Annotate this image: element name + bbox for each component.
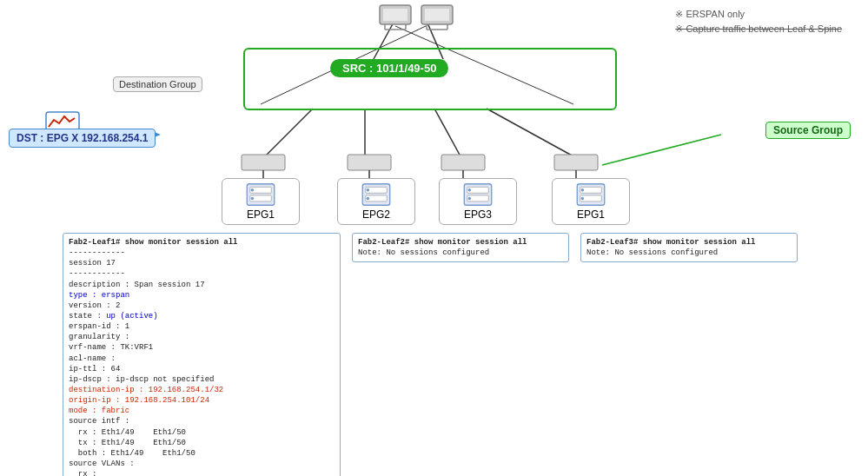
src-container: [243, 48, 617, 110]
cli-leaf1-separator: ------------: [69, 248, 335, 258]
cli-leaf1-line-9: vrf-name : TK:VRF1: [69, 342, 335, 353]
cli-leaf1-line-20: source VLANs :: [69, 459, 335, 469]
svg-point-40: [367, 197, 370, 201]
epg-label-3: EPG3: [464, 208, 492, 221]
cli-box-leaf1: Fab2-Leaf1# show monitor session all ---…: [63, 233, 341, 476]
cli-leaf1-line-10: acl-name :: [69, 354, 335, 364]
cli-leaf1-line-4: type : erspan: [69, 290, 335, 301]
cli-leaf3-note: Note: No sessions configured: [586, 248, 792, 258]
epg-label-2: EPG2: [362, 208, 390, 221]
epg-box-3: EPG3: [439, 178, 517, 225]
cli-leaf1-line-1: session 17: [69, 258, 335, 268]
erspan-note-line1: ※ ERSPAN only: [675, 7, 842, 22]
cli-leaf1-line-8: granularity :: [69, 332, 335, 342]
cli-leaf1-line-19: both : Eth1/49 Eth1/50: [69, 448, 335, 459]
cli-leaf1-title: Fab2-Leaf1# show monitor session all: [69, 237, 335, 248]
svg-point-50: [581, 197, 585, 201]
cli-leaf1-line-13: destination-ip : 192.168.254.1/32: [69, 385, 335, 395]
cli-leaf1-line-14: origin-ip : 192.168.254.101/24: [69, 395, 335, 406]
epg-box-4: EPG1: [552, 178, 630, 225]
svg-point-45: [468, 197, 472, 201]
svg-rect-20: [383, 9, 407, 21]
cli-leaf1-line-21: rx :: [69, 469, 335, 476]
cli-leaf1-line-15: mode : fabric: [69, 406, 335, 416]
cli-box-leaf3: Fab2-Leaf3# show monitor session all Not…: [580, 233, 798, 262]
cli-leaf1-line-7: erspan-id : 1: [69, 321, 335, 332]
router-icon-1: [378, 3, 413, 34]
svg-line-18: [602, 135, 721, 165]
cli-leaf1-line-5: version : 2: [69, 301, 335, 311]
source-group-label: Source Group: [765, 122, 851, 139]
epg-label-4: EPG1: [577, 208, 605, 221]
cli-leaf1-line-11: ip-ttl : 64: [69, 364, 335, 374]
erspan-note: ※ ERSPAN only ※ Capture traffic between …: [675, 7, 842, 36]
svg-point-39: [367, 188, 370, 192]
epg-box-2: EPG2: [337, 178, 415, 225]
cli-leaf1-line-17: rx : Eth1/49 Eth1/50: [69, 427, 335, 438]
svg-line-5: [487, 109, 573, 156]
cli-box-leaf2: Fab2-Leaf2# show monitor session all Not…: [352, 233, 569, 262]
epg-server-icon-1: [245, 182, 276, 207]
cli-leaf1-line-6: state : up (active): [69, 311, 335, 321]
svg-point-34: [251, 188, 255, 192]
svg-rect-8: [242, 155, 285, 170]
destination-group-label: Destination Group: [113, 76, 202, 92]
diagram-area: ※ ERSPAN only ※ Capture traffic between …: [0, 0, 868, 476]
svg-point-49: [581, 188, 585, 192]
cli-leaf1-line-2: ------------: [69, 268, 335, 279]
svg-rect-10: [441, 155, 485, 170]
epg-server-icon-3: [462, 182, 494, 207]
svg-point-35: [251, 197, 255, 201]
svg-rect-25: [425, 9, 449, 21]
svg-line-4: [434, 109, 461, 156]
svg-rect-9: [348, 155, 391, 170]
router-icon-2: [420, 3, 454, 34]
cli-leaf2-note: Note: No sessions configured: [358, 248, 563, 258]
epg-server-icon-4: [575, 182, 606, 207]
cli-leaf1-line-12: ip-dscp : ip-dscp not specified: [69, 374, 335, 385]
dst-box: DST : EPG X 192.168.254.1: [9, 129, 156, 148]
epg-server-icon-2: [361, 182, 392, 207]
src-label: SRC : 101/1/49-50: [330, 59, 448, 77]
cli-leaf1-line-3: description : Span session 17: [69, 280, 335, 290]
erspan-note-line2: ※ Capture traffic between Leaf & Spine: [675, 22, 842, 36]
epg-box-1: EPG1: [222, 178, 300, 225]
epg-label-1: EPG1: [247, 208, 275, 221]
svg-rect-11: [554, 155, 598, 170]
svg-point-44: [468, 188, 472, 192]
svg-line-2: [265, 109, 313, 156]
cli-leaf3-title: Fab2-Leaf3# show monitor session all: [586, 237, 792, 248]
cli-leaf1-line-18: tx : Eth1/49 Eth1/50: [69, 438, 335, 448]
cli-leaf1-line-16: source intf :: [69, 416, 335, 426]
cli-leaf2-title: Fab2-Leaf2# show monitor session all: [358, 237, 563, 248]
router-icons: [378, 3, 454, 34]
